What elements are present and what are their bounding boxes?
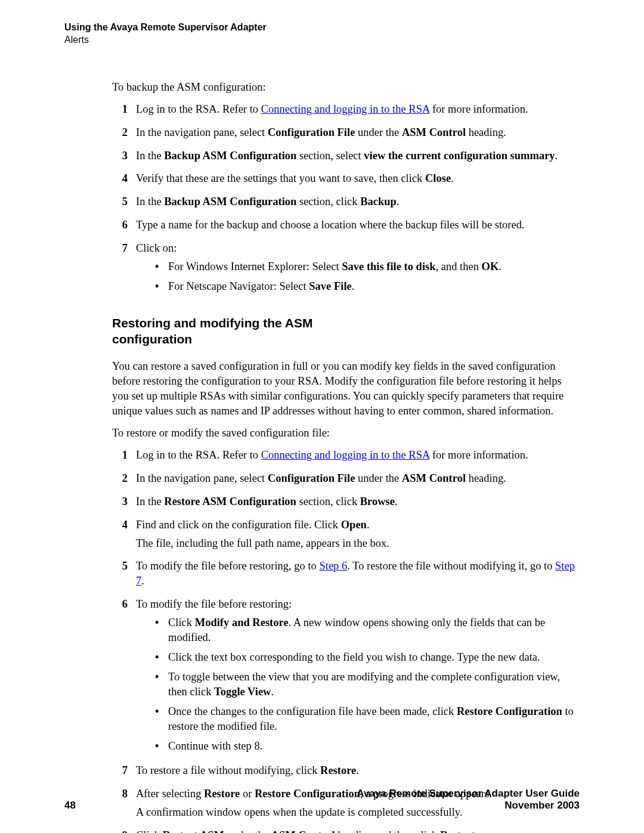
bullet-item: For Windows Internet Explorer: Select Sa… bbox=[155, 259, 580, 274]
list-item: 9 Click Restart ASM under the ASM Contro… bbox=[112, 828, 580, 833]
step-text: Log in to the RSA. Refer to Connecting a… bbox=[136, 448, 580, 463]
list-item: 6 To modify the file before restoring: C… bbox=[112, 597, 580, 758]
bullet-item: Once the changes to the configuration fi… bbox=[155, 704, 580, 734]
page: Using the Avaya Remote Supervisor Adapte… bbox=[0, 0, 644, 833]
section2-para: You can restore a saved configuration in… bbox=[112, 359, 580, 419]
list-item: 4 Verify that these are the settings tha… bbox=[112, 171, 580, 190]
link-connecting-login[interactable]: Connecting and logging in to the RSA bbox=[261, 449, 430, 461]
step-number: 6 bbox=[112, 597, 136, 758]
bullet-item: Click the text box corresponding to the … bbox=[155, 650, 580, 665]
step-text: In the Restore ASM Configuration section… bbox=[136, 494, 580, 509]
list-item: 3 In the Restore ASM Configuration secti… bbox=[112, 494, 580, 513]
header-title: Using the Avaya Remote Supervisor Adapte… bbox=[64, 21, 580, 34]
step-number: 1 bbox=[112, 448, 136, 466]
step-text: In the Backup ASM Configuration section,… bbox=[136, 148, 580, 163]
bullet-item: Continue with step 8. bbox=[155, 739, 580, 754]
step-text: In the Backup ASM Configuration section,… bbox=[136, 194, 580, 209]
footer-right: Avaya Remote Supervisor Adapter User Gui… bbox=[357, 788, 580, 812]
content: To backup the ASM configuration: 1 Log i… bbox=[112, 80, 580, 833]
step-number: 7 bbox=[112, 763, 136, 782]
page-footer: 48 Avaya Remote Supervisor Adapter User … bbox=[64, 788, 580, 812]
sub-bullets: Click Modify and Restore. A new window o… bbox=[155, 615, 580, 754]
step-note: The file, including the full path name, … bbox=[136, 536, 580, 551]
list-item: 4 Find and click on the configuration fi… bbox=[112, 518, 580, 555]
link-connecting-login[interactable]: Connecting and logging in to the RSA bbox=[261, 103, 430, 115]
step-number: 9 bbox=[112, 828, 136, 833]
list-item: 2 In the navigation pane, select Configu… bbox=[112, 125, 580, 144]
step-number: 7 bbox=[112, 241, 136, 299]
step-text: In the navigation pane, select Configura… bbox=[136, 471, 580, 486]
step-number: 1 bbox=[112, 102, 136, 120]
step-number: 5 bbox=[112, 559, 136, 592]
link-step-6[interactable]: Step 6 bbox=[319, 560, 347, 572]
page-number: 48 bbox=[64, 800, 76, 812]
bullet-item: For Netscape Navigator: Select Save File… bbox=[155, 279, 580, 294]
list-item: 5 In the Backup ASM Configuration sectio… bbox=[112, 194, 580, 213]
header-subtitle: Alerts bbox=[64, 34, 580, 47]
list-item: 5 To modify the file before restoring, g… bbox=[112, 559, 580, 592]
step-text: Click on: bbox=[136, 241, 580, 256]
list-item: 7 To restore a file without modifying, c… bbox=[112, 763, 580, 782]
backup-steps: 1 Log in to the RSA. Refer to Connecting… bbox=[112, 102, 580, 299]
step-text: Find and click on the configuration file… bbox=[136, 518, 580, 532]
step-number: 6 bbox=[112, 218, 136, 236]
footer-line2: November 2003 bbox=[357, 800, 580, 812]
list-item: 2 In the navigation pane, select Configu… bbox=[112, 471, 580, 490]
list-item: 3 In the Backup ASM Configuration sectio… bbox=[112, 148, 580, 167]
step-text: In the navigation pane, select Configura… bbox=[136, 125, 580, 140]
bullet-item: Click Modify and Restore. A new window o… bbox=[155, 615, 580, 645]
step-number: 2 bbox=[112, 125, 136, 144]
step-number: 2 bbox=[112, 471, 136, 490]
step-text: To restore a file without modifying, cli… bbox=[136, 763, 580, 778]
list-item: 6 Type a name for the backup and choose … bbox=[112, 218, 580, 236]
step-number: 4 bbox=[112, 171, 136, 190]
section-heading-restoring: Restoring and modifying the ASM configur… bbox=[112, 315, 580, 347]
page-header: Using the Avaya Remote Supervisor Adapte… bbox=[64, 21, 580, 47]
list-item: 1 Log in to the RSA. Refer to Connecting… bbox=[112, 448, 580, 466]
sub-bullets: For Windows Internet Explorer: Select Sa… bbox=[155, 259, 580, 294]
footer-line1: Avaya Remote Supervisor Adapter User Gui… bbox=[357, 788, 580, 800]
step-text: Type a name for the backup and choose a … bbox=[136, 218, 580, 233]
section1-intro: To backup the ASM configuration: bbox=[112, 80, 580, 95]
list-item: 1 Log in to the RSA. Refer to Connecting… bbox=[112, 102, 580, 120]
step-text: Verify that these are the settings that … bbox=[136, 171, 580, 186]
step-text: Log in to the RSA. Refer to Connecting a… bbox=[136, 102, 580, 117]
step-text: To modify the file before restoring: bbox=[136, 597, 580, 612]
step-text: Click Restart ASM under the ASM Control … bbox=[136, 828, 580, 833]
step-number: 3 bbox=[112, 148, 136, 167]
restore-steps: 1 Log in to the RSA. Refer to Connecting… bbox=[112, 448, 580, 833]
section2-intro: To restore or modify the saved configura… bbox=[112, 426, 580, 441]
list-item: 7 Click on: For Windows Internet Explore… bbox=[112, 241, 580, 299]
step-text: To modify the file before restoring, go … bbox=[136, 559, 580, 589]
step-number: 4 bbox=[112, 518, 136, 555]
step-number: 5 bbox=[112, 194, 136, 213]
bullet-item: To toggle between the view that you are … bbox=[155, 670, 580, 699]
step-number: 3 bbox=[112, 494, 136, 513]
